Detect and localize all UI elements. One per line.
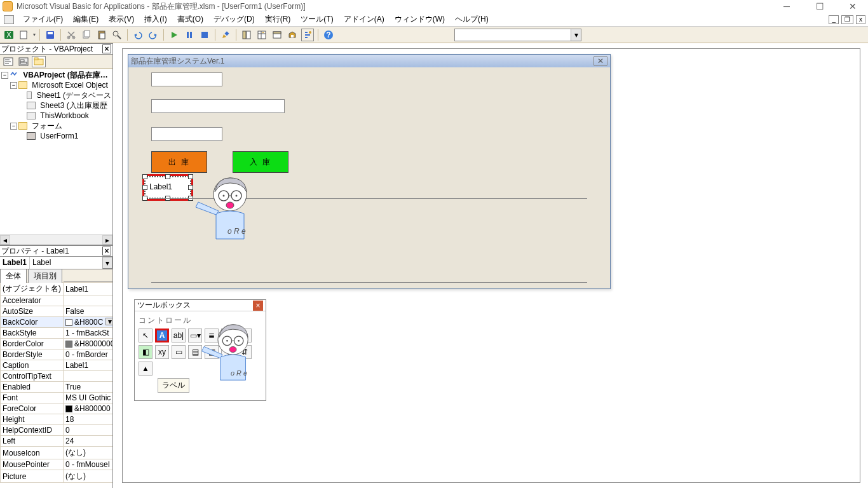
property-value[interactable]: [64, 371, 113, 382]
property-value[interactable]: &H8000000: [64, 339, 113, 349]
cut-icon[interactable]: [65, 29, 78, 41]
tool-frame-icon[interactable]: xy: [155, 345, 169, 359]
properties-tab-all[interactable]: 全体: [0, 269, 27, 283]
view-code-icon[interactable]: [1, 56, 15, 67]
properties-icon[interactable]: [255, 29, 268, 41]
menu-addins[interactable]: アドイン(A): [339, 13, 390, 26]
dropdown-arrow-icon[interactable]: ▾: [33, 32, 36, 37]
properties-grid[interactable]: (オブジェクト名)Label1AcceleratorAutoSizeFalseB…: [0, 282, 112, 488]
property-row[interactable]: BackColor&H800C▾: [1, 317, 113, 328]
property-row[interactable]: MousePointer0 - fmMouseI: [1, 459, 113, 470]
redo-icon[interactable]: [147, 29, 159, 41]
undo-icon[interactable]: [132, 29, 144, 41]
mdi-restore-icon[interactable]: ❐: [841, 15, 853, 24]
tab-order-icon[interactable]: [301, 29, 314, 41]
property-value[interactable]: (なし): [64, 447, 113, 459]
menu-edit[interactable]: 編集(E): [68, 13, 104, 26]
property-value[interactable]: MS UI Gothic: [64, 393, 113, 403]
tool-textbox-icon[interactable]: ab|: [172, 329, 186, 342]
project-tree[interactable]: − VBAProject (部品在庫… − Microsoft Excel Ob…: [0, 69, 112, 245]
paste-icon[interactable]: [95, 29, 108, 41]
menu-view[interactable]: 表示(V): [104, 13, 139, 26]
tool-pointer-icon[interactable]: ↖: [139, 329, 153, 342]
in-button[interactable]: 入 庫: [233, 151, 288, 173]
textbox-control[interactable]: [151, 99, 285, 113]
save-icon[interactable]: [44, 29, 57, 41]
scroll-right-icon[interactable]: ▸: [102, 235, 112, 245]
label-control-selected[interactable]: Label1: [142, 174, 193, 201]
property-row[interactable]: ForeColor&H800000: [1, 403, 113, 414]
tree-scrollbar[interactable]: ◂ ▸: [0, 234, 112, 245]
chevron-down-icon[interactable]: ▾: [571, 29, 581, 41]
tree-sheet1[interactable]: Sheet1 (データベース: [37, 90, 111, 100]
tool-commandbutton-icon[interactable]: ▭: [172, 345, 186, 359]
property-value[interactable]: False: [64, 306, 113, 317]
tool-image-icon[interactable]: ▲: [139, 362, 153, 376]
property-value[interactable]: 24: [64, 436, 113, 447]
design-mode-icon[interactable]: [219, 29, 232, 41]
tree-objects-folder[interactable]: Microsoft Excel Object: [32, 80, 107, 90]
toolbox-window[interactable]: ツールボックス × コントロール ↖ A ab| ▭▾ ≣ ☑ ◉ ◧ xy: [134, 299, 266, 401]
property-value[interactable]: &H800000: [64, 403, 113, 414]
menu-file[interactable]: ファイル(F): [18, 13, 68, 26]
property-row[interactable]: EnabledTrue: [1, 382, 113, 393]
procedure-combo[interactable]: ▾: [454, 29, 581, 41]
tree-forms-folder[interactable]: フォーム: [32, 121, 62, 131]
minimize-button[interactable]: ─: [774, 1, 799, 11]
close-button[interactable]: ✕: [840, 1, 865, 11]
view-object-icon[interactable]: [17, 56, 31, 67]
property-row[interactable]: Accelerator: [1, 295, 113, 306]
mdi-minimize-icon[interactable]: _: [829, 15, 839, 24]
copy-icon[interactable]: [80, 29, 93, 41]
properties-object-selector[interactable]: Label1 Label ▾: [0, 257, 112, 269]
property-row[interactable]: BackStyle1 - fmBackSt: [1, 328, 113, 339]
mdi-close-icon[interactable]: x: [856, 15, 865, 24]
insert-module-icon[interactable]: [18, 29, 31, 41]
run-icon[interactable]: [168, 29, 180, 41]
property-value[interactable]: (なし): [64, 470, 113, 483]
property-value[interactable]: 0 - fmBorder: [64, 349, 113, 360]
textbox-control[interactable]: [151, 72, 222, 86]
property-row[interactable]: (オブジェクト名)Label1: [1, 283, 113, 295]
property-row[interactable]: BorderStyle0 - fmBorder: [1, 349, 113, 360]
property-value[interactable]: Label1: [64, 360, 113, 371]
project-explorer-icon[interactable]: [240, 29, 253, 41]
menu-window[interactable]: ウィンドウ(W): [390, 13, 450, 26]
userform-close-icon[interactable]: ✕: [593, 56, 607, 66]
textbox-control[interactable]: [151, 127, 222, 141]
menu-tools[interactable]: ツール(T): [295, 13, 338, 26]
tool-label-icon[interactable]: A: [155, 329, 169, 342]
form-designer[interactable]: 部品在庫管理システムVer.1 ✕ 出 庫 入 庫 Label1: [122, 48, 860, 483]
properties-tab-category[interactable]: 項目別: [28, 269, 62, 283]
out-button[interactable]: 出 庫: [151, 151, 207, 173]
property-value[interactable]: Label1: [64, 283, 113, 295]
property-value[interactable]: 0 - fmMouseI: [64, 459, 113, 470]
property-value[interactable]: 18: [64, 414, 113, 425]
break-icon[interactable]: [183, 29, 196, 41]
object-browser-icon[interactable]: [271, 29, 283, 41]
find-icon[interactable]: [111, 29, 123, 41]
view-excel-icon[interactable]: X: [3, 29, 15, 41]
tree-userform1[interactable]: UserForm1: [40, 131, 78, 141]
help-icon[interactable]: ?: [322, 29, 335, 41]
tree-collapse-icon[interactable]: −: [1, 72, 8, 79]
property-row[interactable]: Picture(なし): [1, 470, 113, 483]
toolbox-close-icon[interactable]: ×: [253, 301, 263, 311]
toolbox-icon[interactable]: [286, 29, 299, 41]
property-value[interactable]: [64, 295, 113, 306]
project-panel-close-icon[interactable]: ×: [102, 44, 111, 53]
property-row[interactable]: ControlTipText: [1, 371, 113, 382]
reset-icon[interactable]: [198, 29, 211, 41]
menu-insert[interactable]: 挿入(I): [139, 13, 172, 26]
property-row[interactable]: AutoSizeFalse: [1, 306, 113, 317]
property-row[interactable]: CaptionLabel1: [1, 360, 113, 371]
userform-titlebar[interactable]: 部品在庫管理システムVer.1 ✕: [128, 55, 610, 67]
tool-togglebutton-icon[interactable]: ◧: [139, 345, 153, 359]
userform-window[interactable]: 部品在庫管理システムVer.1 ✕ 出 庫 入 庫 Label1: [128, 54, 611, 289]
property-value[interactable]: True: [64, 382, 113, 393]
property-value[interactable]: 0: [64, 425, 113, 436]
property-row[interactable]: HelpContextID0: [1, 425, 113, 436]
tree-root[interactable]: VBAProject (部品在庫…: [23, 70, 107, 80]
toggle-folders-icon[interactable]: [32, 56, 46, 67]
property-row[interactable]: FontMS UI Gothic: [1, 393, 113, 403]
